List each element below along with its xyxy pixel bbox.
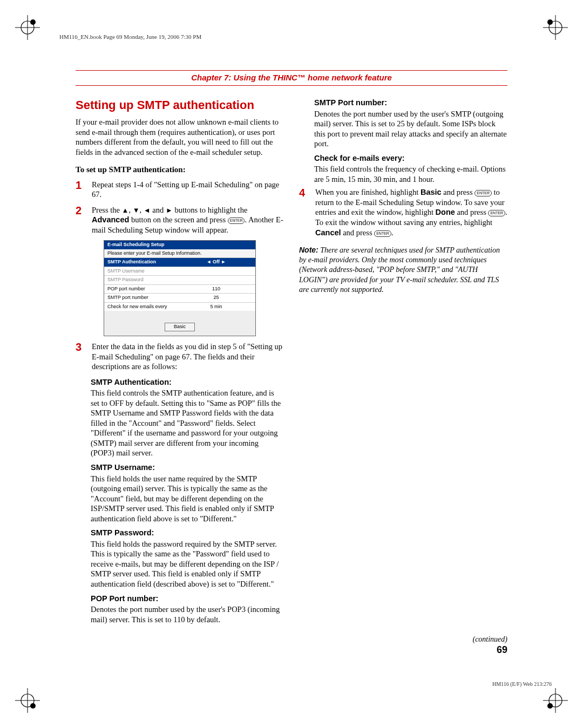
page-content: Chapter 7: Using the THINC™ home network… [76, 70, 507, 658]
step-body: Enter the data in the fields as you did … [92, 342, 284, 372]
setup-row: SMTP Authentication◄ Off ► [104, 257, 255, 267]
right-column: SMTP Port number: Denotes the port numbe… [299, 98, 507, 628]
right-arrow-icon: ► [166, 206, 173, 214]
field-body: This field holds the user name required … [91, 474, 284, 524]
step-number: 3 [76, 342, 86, 372]
enter-button-icon: ENTER [488, 210, 505, 216]
advanced-label: Advanced [92, 215, 129, 224]
registration-mark-bottom-left [15, 688, 40, 713]
email-scheduling-setup-window: E-mail Scheduling Setup Please enter you… [104, 240, 256, 336]
field-heading: SMTP Port number: [314, 98, 507, 108]
setup-row: POP port number110 [104, 284, 255, 294]
step-body: When you are finished, highlight Basic a… [315, 187, 507, 237]
intro-paragraph: If your e-mail provider does not allow u… [76, 117, 284, 157]
procedure-subhead: To set up SMTP authentication: [76, 165, 284, 175]
continued-indicator: (continued) [472, 635, 507, 644]
row-value: 5 min [177, 303, 255, 311]
step-body: Press the ▲, ▼, ◄ and ► buttons to highl… [92, 205, 284, 235]
field-heading: SMTP Authentication: [91, 377, 284, 387]
field-heading: POP Port number: [91, 594, 284, 604]
step-number: 2 [76, 205, 86, 235]
row-label: SMTP Authentication [104, 258, 177, 267]
field-body: This field holds the password required b… [91, 539, 284, 589]
svg-point-15 [547, 703, 553, 709]
row-value [177, 276, 255, 284]
text: and press [442, 188, 475, 196]
field-heading: Check for e-mails every: [314, 153, 507, 164]
print-header-line: HM116_EN.book Page 69 Monday, June 19, 2… [59, 33, 201, 40]
field-heading: SMTP Password: [91, 528, 284, 538]
enter-button-icon: ENTER [374, 230, 391, 237]
note-label: Note: [299, 246, 318, 254]
step-1: 1 Repeat steps 1-4 of "Setting up E-mail… [76, 180, 284, 200]
step-3: 3 Enter the data in the fields as you di… [76, 342, 284, 372]
footer-code: HM116 (E/F) Web 213:276 [492, 681, 552, 687]
step-2: 2 Press the ▲, ▼, ◄ and ► buttons to hig… [76, 205, 284, 235]
text: button on the screen and press [129, 215, 227, 224]
step-4: 4 When you are finished, highlight Basic… [299, 187, 507, 237]
text: buttons to highlight the [173, 206, 248, 214]
basic-button: Basic [165, 323, 195, 331]
row-label: SMTP Username [104, 267, 177, 276]
registration-mark-bottom-right [543, 688, 568, 713]
enter-button-icon: ENTER [228, 217, 245, 224]
down-arrow-icon: ▼ [133, 206, 140, 214]
row-label: POP port number [104, 285, 177, 294]
left-arrow-icon: ◄ [144, 206, 151, 214]
chapter-header: Chapter 7: Using the THINC™ home network… [76, 70, 507, 86]
done-label: Done [436, 208, 455, 216]
registration-mark-top-right [543, 15, 568, 40]
field-body: Denotes the port number used by the user… [91, 604, 284, 624]
field-body: This field controls the SMTP authenticat… [91, 388, 284, 458]
enter-button-icon: ENTER [474, 190, 492, 196]
note-paragraph: Note: There are several techniques used … [299, 245, 507, 295]
page-number: 69 [497, 644, 507, 656]
row-value: ◄ Off ► [177, 258, 255, 267]
svg-point-7 [547, 19, 553, 25]
setup-footer: Basic [104, 311, 255, 336]
svg-point-11 [30, 703, 36, 709]
step-number: 4 [299, 187, 310, 237]
left-column: Setting up SMTP authentication If your e… [76, 98, 284, 628]
section-title: Setting up SMTP authentication [76, 98, 284, 113]
row-value [177, 267, 255, 276]
text: and press [455, 208, 489, 216]
field-heading: SMTP Username: [91, 462, 284, 473]
setup-row: SMTP Password [104, 275, 255, 284]
up-arrow-icon: ▲ [122, 206, 129, 214]
note-body: There are several techniques used for SM… [299, 246, 500, 294]
step-body: Repeat steps 1-4 of "Setting up E-mail S… [92, 180, 284, 200]
field-body: Denotes the port number used by the user… [314, 109, 507, 149]
cancel-label: Cancel [315, 228, 341, 237]
field-body: This field controls the frequency of che… [314, 164, 507, 184]
text: Press the [92, 206, 122, 214]
basic-label: Basic [421, 188, 442, 196]
setup-row: Check for new emails every5 min [104, 302, 255, 311]
step-number: 1 [76, 180, 86, 200]
row-label: SMTP Password [104, 276, 177, 284]
row-label: Check for new emails every [104, 303, 177, 311]
text: When you are finished, highlight [315, 188, 421, 196]
text: and press [341, 228, 375, 237]
row-label: SMTP port number [104, 294, 177, 302]
setup-row: SMTP Username [104, 267, 255, 276]
svg-point-3 [30, 19, 36, 25]
row-value: 25 [177, 294, 255, 302]
setup-row: SMTP port number25 [104, 293, 255, 302]
window-title: E-mail Scheduling Setup [104, 241, 255, 249]
row-value: 110 [177, 285, 255, 294]
window-subtitle: Please enter your E-mail Setup Informati… [104, 249, 255, 258]
registration-mark-top-left [15, 15, 40, 40]
